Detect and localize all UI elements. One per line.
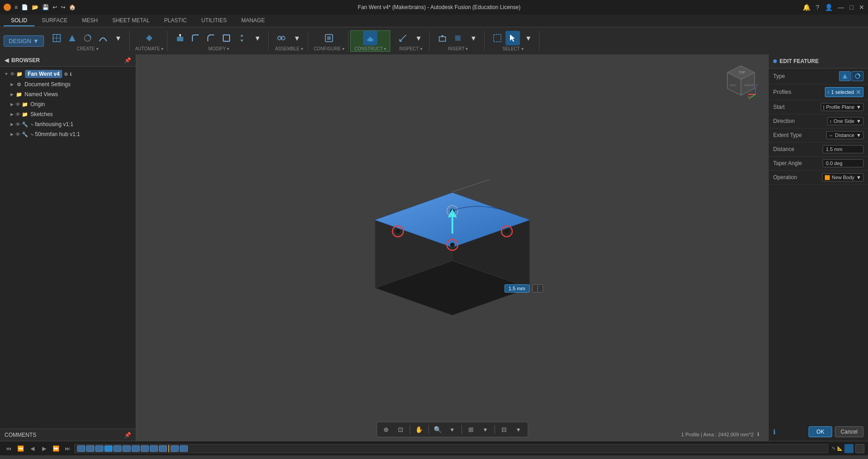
redo-icon[interactable]: ↪ — [61, 4, 65, 10]
ok-button[interactable]: OK — [809, 426, 832, 437]
extent-type-select[interactable]: ↔ Distance ▼ — [826, 131, 863, 139]
tl-item-8[interactable] — [141, 445, 149, 452]
tree-item-50mmfan[interactable]: ▶ 👁 🔧 ⤷ 50mmfan hub v1:1 — [0, 129, 136, 139]
insert-canvas-btn[interactable] — [451, 31, 465, 45]
viewcube[interactable]: TOP LEFT FRONT Z X Y — [723, 63, 759, 101]
create-new-component-btn[interactable] — [49, 31, 64, 45]
type-icon-revolve[interactable] — [852, 71, 863, 81]
operation-select[interactable]: 🟧 New Body ▼ — [822, 173, 863, 181]
browser-pin-icon[interactable]: 📌 — [124, 57, 131, 63]
tl-active-view-btn[interactable] — [844, 444, 853, 453]
tl-play-back[interactable]: ◀ — [27, 444, 37, 454]
create-revolve-btn[interactable] — [80, 31, 95, 45]
display-more-btn[interactable]: ▾ — [479, 423, 492, 436]
tab-surface[interactable]: SURFACE — [34, 15, 75, 26]
grid-snap-btn[interactable]: ⊡ — [394, 423, 407, 436]
browser-back-icon[interactable]: ◀ — [5, 57, 9, 63]
effects-more-btn[interactable]: ▾ — [512, 423, 525, 436]
modify-chamfer-btn[interactable] — [204, 31, 218, 45]
inspect-more-btn[interactable]: ▾ — [411, 31, 426, 45]
create-extrude-btn[interactable] — [65, 31, 79, 45]
tl-skip-end[interactable]: ⏭ — [63, 444, 73, 454]
tl-item-3[interactable] — [95, 445, 103, 452]
tree-item-doc-settings[interactable]: ▶ ⚙ Document Settings — [0, 79, 136, 89]
home-icon[interactable]: 🏠 — [69, 4, 76, 10]
tl-item-9[interactable] — [150, 445, 158, 452]
tree-info-icon[interactable]: ℹ — [70, 72, 72, 77]
modify-press-pull-btn[interactable] — [173, 31, 187, 45]
create-sweep-btn[interactable] — [96, 31, 110, 45]
tab-plastic[interactable]: PLASTIC — [157, 15, 194, 26]
design-button[interactable]: DESIGN ▼ — [4, 35, 44, 47]
undo-icon[interactable]: ↩ — [53, 4, 57, 10]
new-icon[interactable]: 📄 — [21, 4, 28, 10]
insert-decal-btn[interactable] — [435, 31, 450, 45]
tab-manage[interactable]: MANAGE — [234, 15, 272, 26]
help-icon[interactable]: ? — [816, 4, 819, 11]
tl-item-5[interactable] — [113, 445, 122, 452]
modify-shell-btn[interactable] — [219, 31, 234, 45]
type-icon-extrude[interactable] — [839, 71, 851, 81]
tl-skip-start[interactable]: ⏮ — [4, 444, 14, 454]
construct-plane-btn[interactable] — [363, 31, 378, 45]
viewport[interactable]: TOP LEFT FRONT Z X Y — [136, 54, 768, 441]
cancel-button[interactable]: Cancel — [835, 426, 863, 437]
zoom-more-btn[interactable]: ▾ — [446, 423, 459, 436]
minimize-button[interactable]: — — [838, 4, 844, 11]
tl-view-btn[interactable] — [855, 444, 864, 453]
start-select[interactable]: | Profile Plane ▼ — [821, 103, 863, 111]
select-more-btn[interactable]: ▾ — [521, 31, 535, 45]
select-cursor-btn[interactable] — [505, 31, 520, 45]
automate-btn[interactable] — [142, 31, 157, 45]
effects-btn[interactable]: ⊟ — [498, 423, 510, 436]
assemble-joint-btn[interactable] — [274, 31, 289, 45]
tl-play-forward[interactable]: ▶ — [39, 444, 49, 454]
maximize-button[interactable]: □ — [850, 4, 853, 11]
tab-mesh[interactable]: MESH — [75, 15, 105, 26]
modify-more-btn[interactable]: ▾ — [250, 31, 265, 45]
tree-item-root[interactable]: ▼ 👁 📁 Fan Went v4 ⚙ ℹ — [0, 68, 136, 79]
eye-fanhousing[interactable]: 👁 — [15, 122, 20, 127]
app-menu-icon[interactable]: ≡ — [15, 4, 18, 10]
tl-sketch-icon[interactable]: 📐 — [837, 446, 843, 451]
modify-fillet-btn[interactable] — [188, 31, 203, 45]
create-more-btn tb-btn-wide[interactable]: ▾ — [111, 31, 126, 45]
modify-move-btn[interactable] — [235, 31, 249, 45]
tl-item-12[interactable] — [180, 445, 188, 452]
taper-angle-input[interactable] — [823, 159, 863, 167]
zoom-btn[interactable]: 🔍 — [432, 423, 444, 436]
tl-item-11[interactable] — [171, 445, 179, 452]
profiles-select[interactable]: ↑ 1 selected ✕ — [825, 87, 863, 97]
direction-select[interactable]: ↕ One Side ▼ — [827, 117, 863, 125]
distance-input[interactable] — [823, 145, 863, 153]
snap-btn[interactable]: ⊕ — [380, 423, 392, 436]
notifications-icon[interactable]: 🔔 — [803, 4, 810, 11]
tab-sheet-metal[interactable]: SHEET METAL — [105, 15, 157, 26]
tree-item-sketches[interactable]: ▶ 👁 📁 Sketches — [0, 109, 136, 119]
info-button[interactable]: ℹ — [773, 426, 775, 437]
tree-item-fanhousing[interactable]: ▶ 👁 🔧 ⤷ fanhousing v1:1 — [0, 119, 136, 129]
eye-sketches[interactable]: 👁 — [15, 112, 20, 117]
eye-50mmfan[interactable]: 👁 — [15, 132, 20, 137]
tl-item-7[interactable] — [132, 445, 140, 452]
profiles-clear-btn[interactable]: ✕ — [856, 88, 861, 96]
select-window-btn[interactable] — [490, 31, 505, 45]
eye-origin[interactable]: 👁 — [15, 102, 20, 107]
tree-item-named-views[interactable]: ▶ 📁 Named Views — [0, 89, 136, 99]
tl-item-10[interactable] — [159, 445, 167, 452]
configure-btn[interactable] — [322, 31, 336, 45]
close-button[interactable]: ✕ — [859, 4, 864, 11]
tab-utilities[interactable]: UTILITIES — [194, 15, 234, 26]
assemble-more-btn[interactable]: ▾ — [289, 31, 304, 45]
comments-expand-icon[interactable]: 📌 — [124, 432, 131, 438]
pan-btn[interactable]: ✋ — [413, 423, 426, 436]
insert-more-btn[interactable]: ▾ — [466, 31, 481, 45]
save-icon[interactable]: 💾 — [42, 4, 49, 10]
tl-item-2[interactable] — [86, 445, 94, 452]
tl-step-back[interactable]: ⏪ — [15, 444, 25, 454]
profile-icon[interactable]: 👤 — [825, 4, 833, 11]
tl-item-1[interactable] — [77, 445, 85, 452]
tree-item-origin[interactable]: ▶ 👁 📁 Origin — [0, 99, 136, 109]
inspect-measure-btn[interactable] — [396, 31, 410, 45]
tl-item-4[interactable] — [104, 445, 113, 452]
